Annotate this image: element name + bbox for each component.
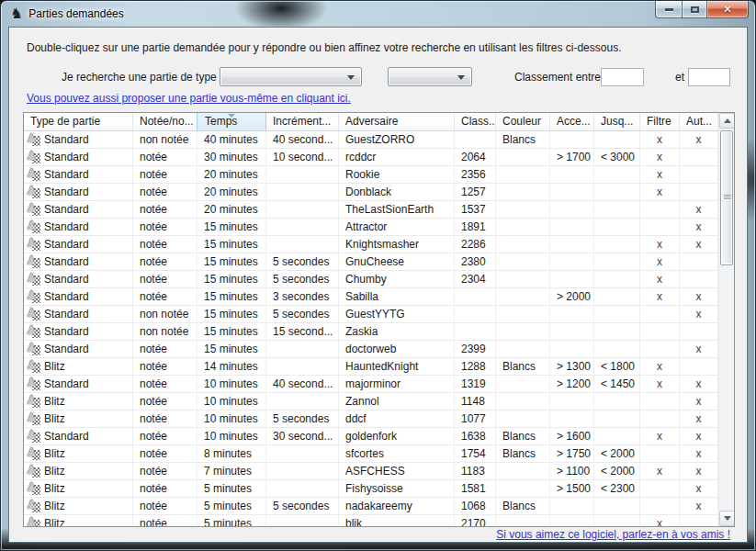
table-row[interactable]: ♟Standardnotée30 minutes10 second...rcdd… (24, 149, 718, 166)
table-row[interactable]: ♟Standardnotée15 minutesAttractor1891x (24, 219, 718, 236)
table-row[interactable]: ♟Standardnotée10 minutes30 second...gold… (24, 428, 718, 445)
cell: notée (133, 480, 197, 497)
table-row[interactable]: ♟Standardnotée15 minutesdoctorweb2399x (24, 341, 718, 358)
cell (496, 184, 550, 200)
column-header-11[interactable]: Aut... (680, 113, 718, 130)
table-row[interactable]: ♟Standardnon notée40 minutes40 second...… (24, 131, 718, 149)
cell (550, 131, 594, 148)
cell: notée (133, 253, 197, 270)
pawn-icon: ♟ (26, 290, 41, 304)
propose-game-link[interactable]: Vous pouvez aussi proposer une partie vo… (27, 92, 351, 105)
close-button[interactable]: ✕ (707, 1, 749, 18)
column-header-8[interactable]: Acce... (550, 113, 594, 130)
table-row[interactable]: ♟Blitznotée14 minutesHauntedKnight1288Bl… (24, 358, 718, 376)
pawn-icon: ♟ (26, 238, 41, 252)
cell (594, 306, 640, 322)
cell (550, 341, 594, 357)
table-row[interactable]: ♟Standardnotée15 minutesKnightsmasher228… (24, 236, 718, 253)
maximize-button[interactable] (682, 1, 707, 18)
cell: 1581 (455, 480, 496, 497)
cell (680, 184, 718, 200)
table-row[interactable]: ♟Blitznotée7 minutesASFCHESS1183> 1100< … (24, 463, 718, 480)
cell (455, 306, 496, 322)
table-row[interactable]: ♟Standardnotée15 minutes3 secondesSabill… (24, 288, 718, 306)
column-header-6[interactable]: Class... (455, 113, 496, 130)
game-type-cell: ♟Standard (24, 166, 133, 183)
cell: x (680, 480, 718, 497)
rating-max-input[interactable] (688, 68, 730, 86)
cell (594, 166, 640, 183)
game-variant-select[interactable] (388, 67, 472, 86)
scroll-down-button[interactable] (719, 511, 735, 526)
cell: 1754 (455, 445, 496, 462)
cell: 15 minutes (197, 288, 266, 305)
game-type-cell: ♟Blitz (24, 358, 133, 375)
table-header: Type de partieNotée/no...TempsIncrément.… (24, 113, 718, 131)
cell (496, 341, 550, 357)
column-header-5[interactable]: Adversaire (339, 113, 455, 130)
and-label: et (675, 71, 684, 84)
cell (496, 410, 550, 427)
scroll-up-button[interactable] (719, 113, 735, 129)
table-row[interactable]: ♟Blitznotée10 minutes5 secondesddcf1077x (24, 410, 718, 428)
cell: 2304 (455, 271, 496, 287)
column-header-4[interactable]: Incrément... (266, 113, 339, 130)
table-row[interactable]: ♟Standardnotée20 minutesTheLastSionEarth… (24, 201, 718, 219)
knight-icon: ♞ (10, 6, 23, 21)
table-row[interactable]: ♟Blitznotée5 minutesblik2170x (24, 515, 718, 526)
cell (455, 323, 496, 340)
cell: 40 minutes (197, 131, 266, 148)
table-row[interactable]: ♟Standardnon notée15 minutes15 second...… (24, 323, 718, 341)
cell: 15 second... (266, 323, 339, 340)
table-row[interactable]: ♟Standardnotée15 minutes5 secondesGnuChe… (24, 253, 718, 271)
table-row[interactable]: ♟Standardnotée15 minutes5 secondesChumby… (24, 271, 718, 288)
cell: > 1700 (550, 149, 594, 165)
column-header-9[interactable]: Jusq... (594, 113, 640, 130)
column-header-1[interactable]: Type de partie (24, 113, 133, 130)
pawn-icon: ♟ (26, 255, 41, 269)
table-row[interactable]: ♟Blitznotée5 minutes5 secondesnadakareem… (24, 498, 718, 515)
table-row[interactable]: ♟Standardnon notée15 minutes5 secondesGu… (24, 306, 718, 323)
column-header-10[interactable]: Filtre (640, 113, 680, 130)
table-row[interactable]: ♟Standardnotée20 minutesDonblack1257x (24, 184, 718, 201)
sort-descending-icon (228, 114, 235, 118)
pawn-icon: ♟ (26, 343, 41, 356)
cell: Donblack (339, 184, 455, 200)
pawn-icon: ♟ (26, 377, 41, 391)
cell (455, 288, 496, 305)
cell: notée (133, 463, 197, 479)
cell (594, 184, 640, 200)
table-row[interactable]: ♟Blitznotée10 minutesZannol1148x (24, 393, 718, 410)
cell: x (640, 428, 680, 444)
column-header-2[interactable]: Notée/no... (133, 113, 197, 130)
column-header-3[interactable]: Temps (197, 113, 266, 130)
table-row[interactable]: ♟Blitznotée8 minutessfcortes1754Blancs> … (24, 445, 718, 463)
cell: 2286 (455, 236, 496, 253)
cell (496, 236, 550, 253)
cell: blik (339, 515, 455, 526)
table-row[interactable]: ♟Blitznotée5 minutesFishysoisse1581> 150… (24, 480, 718, 498)
game-type-cell: ♟Blitz (24, 515, 133, 526)
cell (594, 201, 640, 218)
cell: sfcortes (339, 445, 455, 462)
scrollbar-thumb[interactable] (720, 130, 733, 265)
vertical-scrollbar[interactable] (718, 113, 734, 526)
cell: GuestZORRO (339, 131, 455, 148)
cell: 30 second... (266, 428, 339, 444)
table-row[interactable]: ♟Standardnotée20 minutesRookie2356x (24, 166, 718, 184)
cell: x (680, 393, 718, 410)
cell: Chumby (339, 271, 455, 287)
cell: 20 minutes (197, 166, 266, 183)
cell (496, 201, 550, 218)
minimize-button[interactable] (655, 1, 682, 18)
game-type-select[interactable] (220, 67, 362, 86)
table-row[interactable]: ♟Standardnotée10 minutes40 second...majo… (24, 376, 718, 393)
cell: > 1300 (550, 358, 594, 375)
cell: Blancs (496, 428, 550, 444)
minimize-icon (665, 8, 673, 11)
tell-friends-link[interactable]: Si vous aimez ce logiciel, parlez-en à v… (496, 528, 730, 541)
rating-min-input[interactable] (601, 68, 644, 86)
cell: 1077 (455, 410, 496, 427)
column-header-7[interactable]: Couleur (496, 113, 550, 130)
titlebar: ♞ Parties demandées (1, 1, 755, 27)
